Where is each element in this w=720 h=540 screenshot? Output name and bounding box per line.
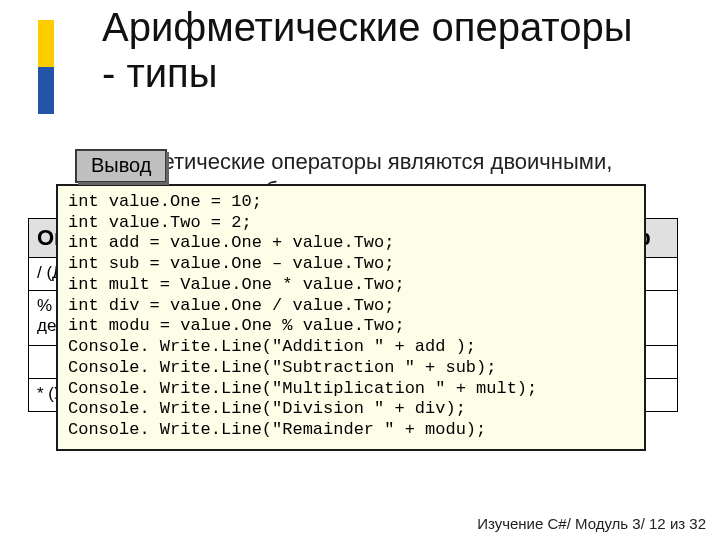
code-line: int modu = value.One % value.Two;	[68, 316, 405, 335]
code-tab-label: Вывод	[75, 149, 167, 183]
code-line: int mult = Value.One * value.Two;	[68, 275, 405, 294]
title-line2: - типы	[102, 51, 218, 95]
code-line: Console. Write.Line("Subtraction " + sub…	[68, 358, 496, 377]
code-line: int add = value.One + value.Two;	[68, 233, 394, 252]
code-line: int value.One = 10;	[68, 192, 262, 211]
code-line: Console. Write.Line("Remainder " + modu)…	[68, 420, 486, 439]
code-line: Console. Write.Line("Addition " + add );	[68, 337, 476, 356]
code-line: int sub = value.One – value.Two;	[68, 254, 394, 273]
code-block: int value.One = 10; int value.Two = 2; i…	[56, 184, 646, 451]
code-line: Console. Write.Line("Multiplication " + …	[68, 379, 537, 398]
slide-footer: Изучение C#/ Модуль 3/ 12 из 32	[477, 515, 706, 532]
slide-title: Арифметические операторы - типы	[102, 4, 632, 96]
title-accent	[38, 20, 54, 114]
code-line: int div = value.One / value.Two;	[68, 296, 394, 315]
code-line: int value.Two = 2;	[68, 213, 252, 232]
title-line1: Арифметические операторы	[102, 5, 632, 49]
code-line: Console. Write.Line("Division " + div);	[68, 399, 466, 418]
